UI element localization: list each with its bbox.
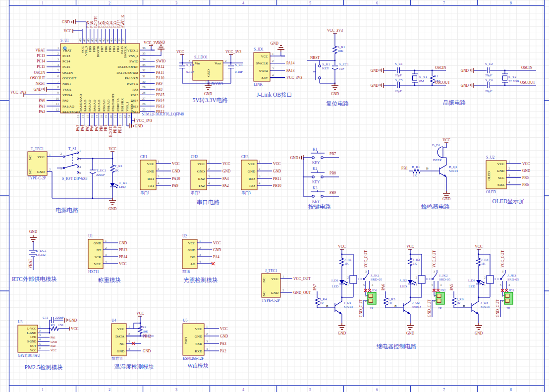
svg-text:KEY: KEY — [312, 161, 320, 165]
svg-text:S_C1: S_C1 — [395, 62, 403, 66]
svg-text:VCC_OUT: VCC_OUT — [293, 277, 311, 281]
svg-text:PA3: PA3 — [76, 125, 80, 131]
block-title: OLED显示屏 — [492, 198, 524, 204]
svg-text:S_C2: S_C2 — [485, 62, 493, 66]
svg-text:4: 4 — [199, 260, 201, 263]
svg-text:J_R5: J_R5 — [388, 297, 395, 301]
block-title: PM2.5检测模块 — [25, 364, 63, 370]
svg-text:VSS_1: VSS_1 — [125, 102, 129, 112]
relay-block: J_TEC1 TYPE-C-2P NC NC VCC GND 1 2 VCC_O… — [262, 244, 519, 349]
svg-text:PA4: PA4 — [213, 255, 220, 259]
svg-text:2: 2 — [272, 59, 274, 62]
schematic-svg: 12345678 12345678 S_U1 STM32F103C8T6_LQF… — [0, 0, 549, 392]
svg-text:8M: 8M — [419, 79, 425, 83]
svg-text:3: 3 — [508, 173, 510, 177]
svg-text:VCC: VCC — [51, 349, 56, 352]
svg-text:S_EC1: S_EC1 — [339, 62, 349, 66]
svg-text:Vin: Vin — [195, 61, 200, 65]
svg-text:5: 5 — [500, 283, 501, 286]
svg-text:22: 22 — [118, 115, 122, 118]
svg-text:PB11: PB11 — [118, 125, 122, 133]
svg-text:29: 29 — [142, 85, 146, 89]
svg-text:1: 1 — [347, 282, 349, 286]
svg-text:PB14: PB14 — [119, 255, 127, 259]
svg-text:NC: NC — [28, 169, 32, 174]
svg-text:PA0: PA0 — [39, 98, 45, 103]
svg-text:OUT: OUT — [30, 344, 37, 347]
mcu-left-power: GND VCC_3V3 — [10, 87, 47, 97]
gnd-power-label: GND — [204, 92, 213, 96]
svg-text:OLED: OLED — [486, 190, 496, 194]
svg-text:3: 3 — [365, 270, 367, 273]
svg-text:1: 1 — [158, 160, 159, 163]
svg-text:47: 47 — [82, 38, 86, 42]
svg-text:VDD_2: VDD_2 — [127, 49, 139, 53]
svg-text:5: 5 — [432, 283, 433, 286]
key-item: K3 KEY PB9 — [303, 186, 339, 204]
svg-text:PB12: PB12 — [156, 110, 165, 114]
svg-text:J_JD3: J_JD3 — [505, 288, 514, 292]
svg-text:PB5: PB5 — [522, 175, 529, 180]
svg-text:U2: U2 — [182, 234, 187, 238]
svg-text:PB9: PB9 — [88, 46, 92, 53]
svg-text:PA6: PA6 — [90, 125, 94, 131]
svg-text:GP2Y1014AU: GP2Y1014AU — [18, 353, 40, 358]
svg-text:J_R6: J_R6 — [456, 297, 464, 301]
column-number: 4 — [242, 388, 244, 392]
svg-text:GND_OUT: GND_OUT — [495, 299, 500, 317]
svg-text:VBAT: VBAT — [35, 48, 45, 53]
svg-text:TX1: TX1 — [148, 184, 154, 188]
svg-text:32: 32 — [142, 68, 146, 72]
svg-text:B: B — [463, 304, 465, 308]
svg-text:5: 5 — [309, 388, 311, 392]
svg-text:20pF: 20pF — [485, 89, 493, 93]
svg-text:10K: 10K — [142, 330, 148, 334]
pm25-block: U3 GP2Y1014AU 1 L-VCC 2 L-GND 3 LED PA1 … — [18, 316, 78, 370]
svg-text:GND: GND — [461, 83, 469, 88]
svg-text:R3: R3 — [51, 323, 55, 327]
svg-text:1: 1 — [39, 325, 41, 328]
svg-text:2: 2 — [259, 167, 260, 170]
svg-text:1: 1 — [484, 282, 486, 286]
svg-text:VCC: VCC — [198, 162, 205, 166]
svg-text:PB8: PB8 — [329, 171, 336, 175]
svg-text:PA2: PA2 — [220, 349, 226, 353]
svg-text:2: 2 — [208, 167, 210, 170]
svg-text:VCC: VCC — [172, 162, 179, 166]
svg-text:NRST: NRST — [36, 81, 46, 86]
vcc-power-label: VCC — [64, 29, 71, 33]
svg-text:B_Q1: B_Q1 — [449, 165, 457, 169]
column-number: 7 — [443, 1, 445, 5]
svg-text:GND: GND — [338, 331, 346, 336]
dht-block: U4 DHT11 1 VCC 2 DATA PB12 3 NC 4 GND GN… — [111, 311, 154, 370]
gnd-power-label: GND — [157, 40, 165, 45]
svg-text:36: 36 — [142, 46, 146, 50]
column-number: 3 — [175, 1, 177, 5]
svg-text:VCC: VCC — [38, 155, 45, 159]
vcc-power-label: VCC — [136, 311, 144, 316]
keys-block: GND K1 KEY PB7 K2 KEY PB8 K3 KEY PB9 — [290, 147, 339, 210]
svg-text:6: 6 — [79, 171, 81, 174]
block-title: 称重模块 — [98, 277, 121, 283]
svg-text:S9013: S9013 — [412, 305, 421, 309]
svg-text:19: 19 — [104, 115, 108, 118]
svg-text:PA2: PA2 — [39, 110, 45, 114]
svg-text:2P: 2P — [370, 306, 374, 310]
svg-text:18: 18 — [100, 115, 103, 118]
svg-text:26: 26 — [142, 102, 146, 106]
svg-text:J_Q1: J_Q1 — [344, 301, 351, 305]
svg-text:PA5: PA5 — [449, 284, 454, 290]
svg-text:20pF: 20pF — [395, 89, 402, 93]
svg-text:1: 1 — [259, 160, 260, 163]
svg-text:4: 4 — [128, 347, 130, 350]
relay-channel: VCC J_R3 1K J_D3 LED J_Q3 S9013 GND 2 1 — [468, 244, 519, 336]
svg-text:21: 21 — [113, 115, 117, 118]
svg-text:4: 4 — [105, 260, 107, 263]
svg-text:S_U2: S_U2 — [486, 155, 494, 160]
svg-text:4: 4 — [242, 388, 244, 392]
svg-text:TYPE-C-2P: TYPE-C-2P — [262, 298, 280, 303]
svg-text:2: 2 — [347, 276, 349, 279]
svg-text:VCC: VCC — [30, 349, 36, 352]
svg-text:24: 24 — [127, 114, 131, 118]
svg-text:PB15: PB15 — [130, 93, 138, 97]
